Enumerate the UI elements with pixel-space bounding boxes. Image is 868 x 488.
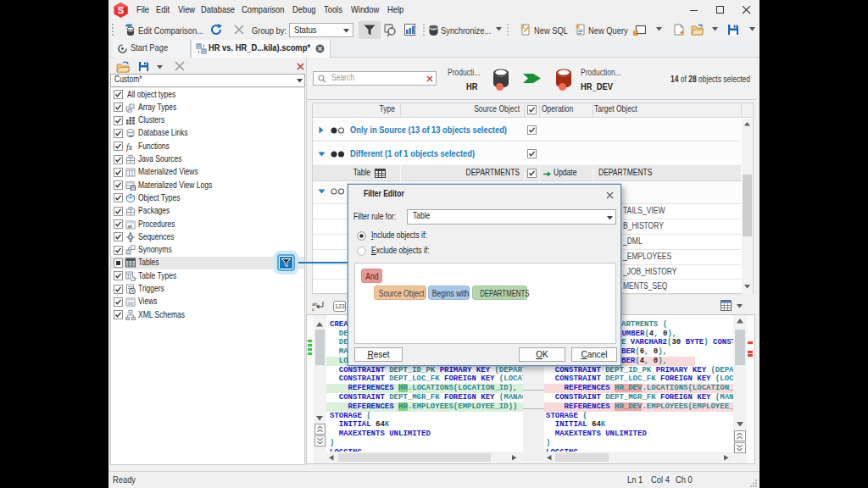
svg-text:123: 123	[335, 303, 345, 309]
svg-text:A: A	[203, 49, 205, 53]
svg-text:c: c	[312, 307, 314, 312]
svg-text:S: S	[118, 5, 124, 15]
svg-text:fx: fx	[126, 142, 133, 152]
svg-text:A: A	[198, 44, 200, 48]
svg-text:ab: ab	[128, 223, 133, 228]
